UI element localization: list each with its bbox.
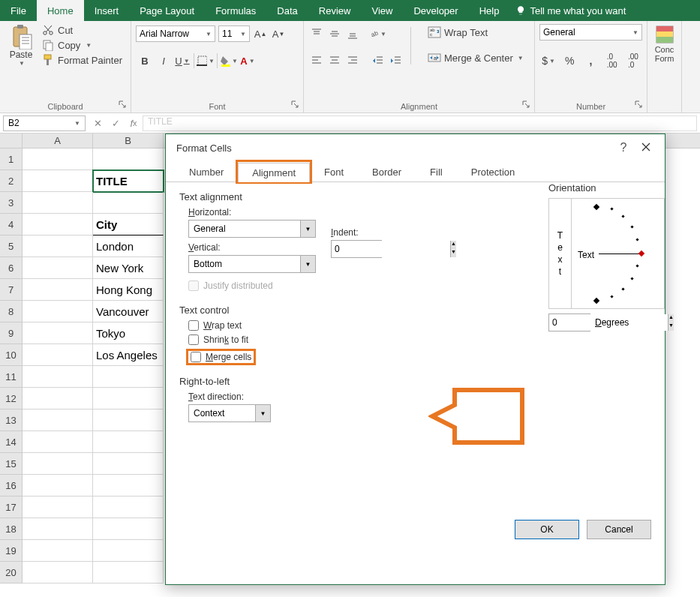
cell[interactable]	[23, 518, 93, 540]
tab-data[interactable]: Data	[266, 0, 308, 21]
select-all-corner[interactable]	[0, 134, 23, 148]
cell[interactable]	[23, 192, 93, 214]
row-header[interactable]: 18	[0, 518, 23, 540]
align-right-button[interactable]	[344, 52, 361, 69]
cell[interactable]	[93, 518, 164, 540]
font-name-combo[interactable]: Arial Narrow▼	[136, 26, 215, 42]
row-header[interactable]: 5	[0, 236, 23, 257]
row-header[interactable]: 13	[0, 410, 23, 431]
vertical-text-button[interactable]: Text	[549, 199, 572, 308]
row-header[interactable]: 11	[0, 366, 23, 388]
cell[interactable]	[23, 279, 93, 301]
wrap-text-button[interactable]: abc Wrap Text	[425, 24, 527, 40]
col-header-b[interactable]: B	[93, 134, 164, 148]
increase-font-button[interactable]: A▲	[253, 26, 268, 42]
cell[interactable]: Los Angeles	[93, 344, 164, 366]
dialog-help-button[interactable]: ?	[612, 141, 635, 154]
cell[interactable]: TITLE	[93, 170, 164, 192]
align-bottom-button[interactable]	[344, 26, 361, 42]
fill-color-button[interactable]: ▼	[220, 52, 238, 70]
dlg-tab-border[interactable]: Border	[358, 162, 416, 182]
shrink-to-fit-checkbox[interactable]	[188, 334, 199, 345]
row-header[interactable]: 2	[0, 170, 23, 192]
cell[interactable]: Hong Kong	[93, 279, 164, 301]
horizontal-combo[interactable]: General▼	[188, 220, 316, 238]
italic-button[interactable]: I	[155, 52, 173, 70]
font-color-button[interactable]: A▼	[239, 52, 257, 70]
tell-me-search[interactable]: Tell me what you want	[509, 0, 632, 21]
cell[interactable]: London	[93, 236, 164, 257]
formula-input[interactable]: TITLE	[143, 116, 697, 131]
decrease-indent-button[interactable]	[370, 52, 386, 69]
row-header[interactable]: 6	[0, 257, 23, 279]
merge-cells-checkbox[interactable]	[191, 352, 201, 362]
cell[interactable]	[23, 366, 93, 388]
degrees-down[interactable]: ▼	[668, 322, 674, 331]
indent-spinner[interactable]: ▲▼	[331, 240, 382, 258]
cell[interactable]	[23, 322, 93, 344]
accounting-button[interactable]: $▼	[539, 52, 557, 69]
paste-button[interactable]: Paste ▼	[5, 24, 38, 67]
row-header[interactable]: 8	[0, 301, 23, 322]
merge-center-button[interactable]: a Merge & Center▼	[425, 50, 527, 66]
row-header[interactable]: 1	[0, 148, 23, 170]
cut-button[interactable]: Cut	[42, 24, 122, 36]
alignment-dialog-launcher[interactable]	[521, 100, 531, 111]
cell[interactable]	[23, 170, 93, 192]
cell[interactable]	[93, 192, 164, 214]
orientation-button[interactable]: ab▼	[370, 26, 386, 42]
dlg-tab-fill[interactable]: Fill	[416, 162, 457, 182]
border-button[interactable]: ▼	[197, 52, 215, 70]
cancel-formula-icon[interactable]: ✕	[89, 116, 107, 131]
row-header[interactable]: 7	[0, 279, 23, 301]
cell[interactable]	[23, 301, 93, 322]
format-painter-button[interactable]: Format Painter	[42, 54, 122, 66]
col-header-a[interactable]: A	[23, 134, 93, 148]
align-center-button[interactable]	[326, 52, 343, 69]
dlg-tab-number[interactable]: Number	[175, 162, 238, 182]
dialog-close-button[interactable]	[635, 141, 657, 154]
tab-file[interactable]: File	[0, 0, 37, 21]
cell[interactable]	[93, 388, 164, 410]
dlg-tab-font[interactable]: Font	[310, 162, 358, 182]
tab-view[interactable]: View	[361, 0, 403, 21]
cell[interactable]	[93, 366, 164, 388]
degrees-up[interactable]: ▲	[668, 314, 674, 322]
cell[interactable]	[23, 388, 93, 410]
font-dialog-launcher[interactable]	[290, 100, 300, 111]
conditional-formatting-button[interactable]: Conc Form	[649, 24, 680, 63]
orientation-control[interactable]: Text Text	[548, 198, 665, 309]
cell[interactable]: Vancouver	[93, 301, 164, 322]
degrees-spinner[interactable]: ▲▼	[548, 314, 590, 332]
number-dialog-launcher[interactable]	[633, 100, 644, 111]
tab-page-layout[interactable]: Page Layout	[129, 0, 205, 21]
row-header[interactable]: 17	[0, 496, 23, 518]
row-header[interactable]: 14	[0, 431, 23, 453]
cell[interactable]	[93, 431, 164, 453]
cell[interactable]	[93, 562, 164, 584]
dlg-tab-protection[interactable]: Protection	[457, 162, 530, 182]
tab-help[interactable]: Help	[469, 0, 510, 21]
cell[interactable]	[23, 257, 93, 279]
cell[interactable]	[23, 496, 93, 518]
cell[interactable]	[23, 431, 93, 453]
underline-button[interactable]: U▼	[173, 52, 191, 70]
tab-insert[interactable]: Insert	[84, 0, 130, 21]
align-middle-button[interactable]	[326, 26, 343, 42]
row-header[interactable]: 9	[0, 322, 23, 344]
ok-button[interactable]: OK	[515, 520, 579, 539]
name-box[interactable]: B2▼	[3, 116, 86, 131]
fx-icon[interactable]: fx	[125, 116, 143, 131]
cell[interactable]	[93, 475, 164, 496]
cancel-button[interactable]: Cancel	[587, 520, 651, 539]
tab-home[interactable]: Home	[37, 0, 84, 21]
align-left-button[interactable]	[308, 52, 325, 69]
cell[interactable]	[23, 214, 93, 236]
enter-formula-icon[interactable]: ✓	[107, 116, 125, 131]
font-size-combo[interactable]: 11▼	[218, 26, 250, 42]
text-direction-combo[interactable]: Context▼	[188, 404, 271, 422]
tab-developer[interactable]: Developer	[403, 0, 468, 21]
indent-up[interactable]: ▲	[451, 241, 456, 249]
wrap-text-checkbox[interactable]	[188, 320, 199, 331]
decrease-font-button[interactable]: A▼	[271, 26, 286, 42]
